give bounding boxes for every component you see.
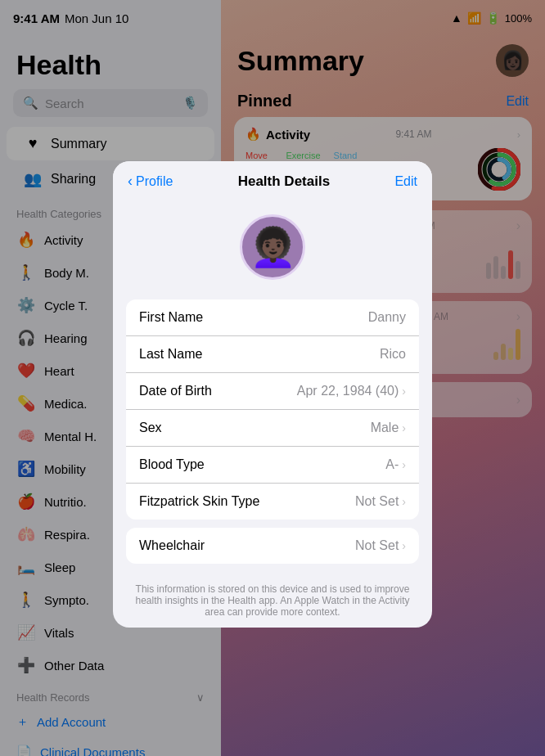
- last-name-label: Last Name: [139, 347, 202, 362]
- modal-hint: This information is stored on this devic…: [113, 577, 432, 628]
- modal-avatar-emoji: 👩🏿‍🦱: [250, 225, 296, 269]
- wheelchair-label: Wheelchair: [139, 538, 205, 553]
- last-name-value: Rico: [380, 347, 406, 362]
- wheelchair-form: Wheelchair Not Set ›: [126, 528, 419, 564]
- fitzpatrick-text: Not Set: [355, 494, 399, 509]
- wheelchair-value: Not Set ›: [355, 538, 406, 553]
- dob-chevron-icon: ›: [402, 385, 406, 398]
- modal-back-button[interactable]: ‹ Profile: [128, 173, 173, 190]
- last-name-row[interactable]: Last Name Rico: [126, 336, 419, 373]
- dob-row[interactable]: Date of Birth Apr 22, 1984 (40) ›: [126, 373, 419, 410]
- wheelchair-text: Not Set: [355, 538, 399, 553]
- modal-overlay: ‹ Profile Health Details Edit 👩🏿‍🦱 First…: [0, 0, 545, 756]
- dob-label: Date of Birth: [139, 384, 212, 398]
- blood-type-row[interactable]: Blood Type A- ›: [126, 447, 419, 484]
- blood-type-label: Blood Type: [139, 457, 205, 472]
- blood-type-value: A- ›: [385, 457, 406, 472]
- first-name-row[interactable]: First Name Danny: [126, 299, 419, 336]
- blood-type-text: A-: [385, 457, 399, 472]
- modal-nav: ‹ Profile Health Details Edit: [113, 161, 432, 198]
- first-name-text: Danny: [368, 310, 406, 325]
- modal-title: Health Details: [238, 173, 330, 190]
- wheelchair-row[interactable]: Wheelchair Not Set ›: [126, 528, 419, 564]
- modal-avatar-section: 👩🏿‍🦱: [113, 198, 432, 299]
- fitzpatrick-value: Not Set ›: [355, 494, 406, 509]
- sex-value: Male ›: [371, 421, 406, 435]
- health-details-modal: ‹ Profile Health Details Edit 👩🏿‍🦱 First…: [113, 161, 432, 628]
- first-name-value: Danny: [368, 310, 406, 325]
- first-name-label: First Name: [139, 310, 203, 325]
- dob-value: Apr 22, 1984 (40) ›: [297, 384, 406, 398]
- modal-edit-button[interactable]: Edit: [394, 174, 417, 189]
- back-chevron-icon: ‹: [128, 173, 133, 190]
- fitzpatrick-label: Fitzpatrick Skin Type: [139, 494, 259, 509]
- fitzpatrick-chevron-icon: ›: [402, 495, 406, 508]
- last-name-text: Rico: [380, 347, 406, 362]
- sex-row[interactable]: Sex Male ›: [126, 410, 419, 447]
- dob-text: Apr 22, 1984 (40): [297, 384, 399, 398]
- fitzpatrick-row[interactable]: Fitzpatrick Skin Type Not Set ›: [126, 484, 419, 520]
- blood-type-chevron-icon: ›: [402, 458, 406, 471]
- modal-avatar: 👩🏿‍🦱: [240, 214, 305, 280]
- modal-back-label: Profile: [136, 174, 173, 189]
- sex-label: Sex: [139, 421, 162, 435]
- sex-text: Male: [371, 421, 399, 435]
- health-details-form: First Name Danny Last Name Rico Date of …: [126, 299, 419, 520]
- sex-chevron-icon: ›: [402, 421, 406, 434]
- wheelchair-chevron-icon: ›: [402, 539, 406, 552]
